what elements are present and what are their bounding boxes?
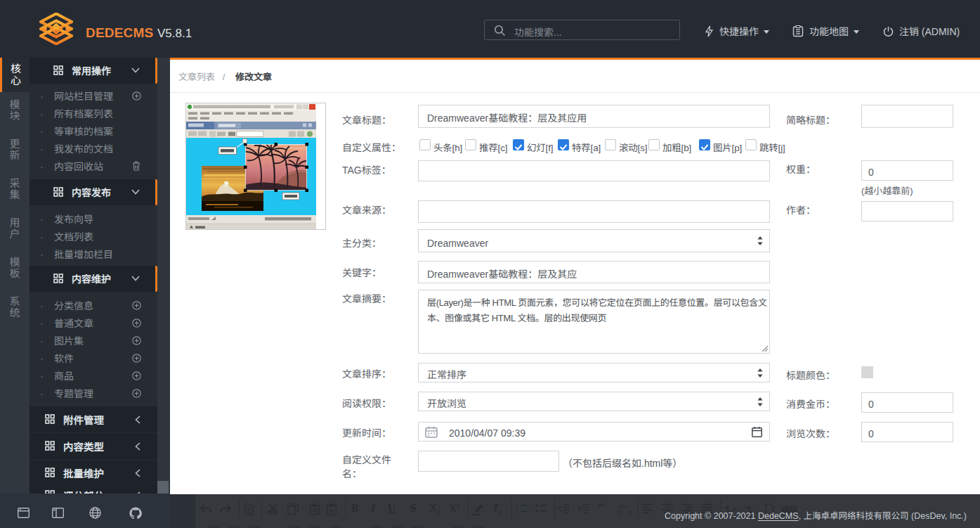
svg-text:1: 1 <box>516 503 518 508</box>
svg-text:2: 2 <box>516 509 518 514</box>
svg-text:DIV: DIV <box>619 503 628 510</box>
svg-text:w: w <box>329 508 334 514</box>
